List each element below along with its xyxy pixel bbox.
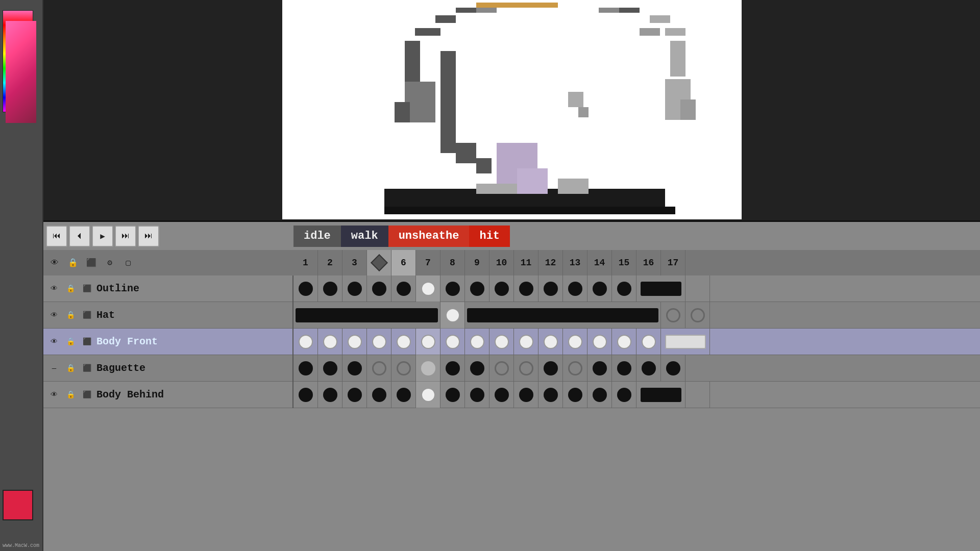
frame-playhead[interactable] (367, 250, 391, 276)
outline-f14[interactable] (612, 276, 636, 302)
frame-13[interactable]: 13 (563, 250, 587, 276)
bf-f13[interactable] (587, 329, 612, 355)
visibility-toggle-outline[interactable]: 👁 (47, 282, 61, 295)
hat-f6[interactable] (440, 302, 465, 329)
visibility-icon[interactable]: 👁 (47, 256, 62, 270)
outline-f9[interactable] (489, 276, 514, 302)
frame-2[interactable]: 2 (318, 250, 342, 276)
bb-f15[interactable] (636, 382, 685, 408)
anim-tag-walk[interactable]: walk (341, 226, 388, 247)
frame-16[interactable]: 16 (636, 250, 661, 276)
frame-12[interactable]: 12 (538, 250, 563, 276)
color-block-body-behind[interactable]: ⬛ (80, 388, 93, 402)
bb-f11[interactable] (538, 382, 563, 408)
bag-f9[interactable] (489, 355, 514, 382)
bag-f1[interactable] (293, 355, 318, 382)
bb-f5[interactable] (391, 382, 416, 408)
frame-10[interactable]: 10 (489, 250, 514, 276)
outline-f13[interactable] (587, 276, 612, 302)
outline-f17[interactable] (685, 276, 710, 302)
bf-f10[interactable] (514, 329, 538, 355)
color-block-hat[interactable]: ⬛ (80, 309, 93, 322)
hat-f16[interactable] (661, 302, 685, 329)
visibility-toggle-body-behind[interactable]: 👁 (47, 388, 61, 402)
bf-f7[interactable] (440, 329, 465, 355)
layer-name-baguette[interactable]: Baguette (96, 362, 145, 374)
frame-9[interactable]: 9 (465, 250, 489, 276)
bb-f3[interactable] (342, 382, 367, 408)
bag-f3[interactable] (342, 355, 367, 382)
bb-f7[interactable] (440, 382, 465, 408)
bb-f10[interactable] (514, 382, 538, 408)
bag-f4[interactable] (367, 355, 391, 382)
bb-f1[interactable] (293, 382, 318, 408)
bb-f8[interactable] (465, 382, 489, 408)
bf-f5[interactable] (391, 329, 416, 355)
frame-15[interactable]: 15 (612, 250, 636, 276)
layer-name-body-front[interactable]: Body Front (96, 336, 158, 347)
bag-f8[interactable] (465, 355, 489, 382)
outline-f5[interactable] (391, 276, 416, 302)
frame-icon[interactable]: ▢ (121, 256, 135, 270)
visibility-toggle-hat[interactable]: 👁 (47, 309, 61, 322)
bf-f8[interactable] (465, 329, 489, 355)
hat-f17[interactable] (685, 302, 710, 329)
outline-f12[interactable] (563, 276, 587, 302)
layer-name-body-behind[interactable]: Body Behind (96, 389, 164, 400)
visibility-toggle-baguette[interactable]: — (47, 362, 61, 375)
frame-8[interactable]: 8 (440, 250, 465, 276)
type-icon[interactable]: ⬛ (84, 256, 99, 270)
bf-f14[interactable] (612, 329, 636, 355)
lock-toggle-baguette[interactable]: 🔒 (64, 362, 77, 375)
bf-f3[interactable] (342, 329, 367, 355)
layer-name-hat[interactable]: Hat (96, 309, 115, 321)
color-block-outline[interactable]: ⬛ (80, 282, 93, 295)
hat-bar2[interactable] (465, 302, 661, 329)
bb-f4[interactable] (367, 382, 391, 408)
bag-f13[interactable] (587, 355, 612, 382)
first-frame-button[interactable]: ⏮ (46, 226, 67, 247)
outline-f4[interactable] (367, 276, 391, 302)
bb-f13[interactable] (587, 382, 612, 408)
bf-f11[interactable] (538, 329, 563, 355)
outline-f10[interactable] (514, 276, 538, 302)
frame-6[interactable]: 6 (391, 250, 416, 276)
bf-f4[interactable] (367, 329, 391, 355)
lock-toggle-outline[interactable]: 🔒 (64, 282, 77, 295)
prev-frame-button[interactable]: ⏴ (69, 226, 90, 247)
outline-f15[interactable] (636, 276, 685, 302)
next-frame-button[interactable]: ⏭ (115, 226, 136, 247)
bag-f15[interactable] (636, 355, 661, 382)
bf-f12[interactable] (563, 329, 587, 355)
outline-f3[interactable] (342, 276, 367, 302)
bb-f12[interactable] (563, 382, 587, 408)
frame-7[interactable]: 7 (416, 250, 440, 276)
settings-icon[interactable]: ⚙ (103, 256, 117, 270)
bb-f9[interactable] (489, 382, 514, 408)
lock-icon[interactable]: 🔒 (66, 256, 80, 270)
bf-f6[interactable] (416, 329, 440, 355)
outline-f8[interactable] (465, 276, 489, 302)
bag-f14[interactable] (612, 355, 636, 382)
anim-tag-idle[interactable]: idle (293, 226, 341, 247)
visibility-toggle-body-front[interactable]: 👁 (47, 335, 61, 348)
frame-11[interactable]: 11 (514, 250, 538, 276)
outline-f6[interactable] (416, 276, 440, 302)
bb-f2[interactable] (318, 382, 342, 408)
bag-f7[interactable] (440, 355, 465, 382)
bb-f6[interactable] (416, 382, 440, 408)
lock-toggle-body-front[interactable]: 🔒 (64, 335, 77, 348)
color-block-baguette[interactable]: ⬛ (80, 362, 93, 375)
frame-17[interactable]: 17 (661, 250, 685, 276)
color-block-body-front[interactable]: ⬛ (80, 335, 93, 348)
lock-toggle-body-behind[interactable]: 🔒 (64, 388, 77, 402)
lock-toggle-hat[interactable]: 🔒 (64, 309, 77, 322)
color-gradient[interactable] (3, 10, 33, 112)
bf-f15[interactable] (636, 329, 661, 355)
bag-f5[interactable] (391, 355, 416, 382)
anim-tag-hit[interactable]: hit (469, 226, 510, 247)
outline-f1[interactable] (293, 276, 318, 302)
layer-name-outline[interactable]: Outline (96, 283, 139, 294)
frame-3[interactable]: 3 (342, 250, 367, 276)
play-button[interactable]: ▶ (92, 226, 113, 247)
